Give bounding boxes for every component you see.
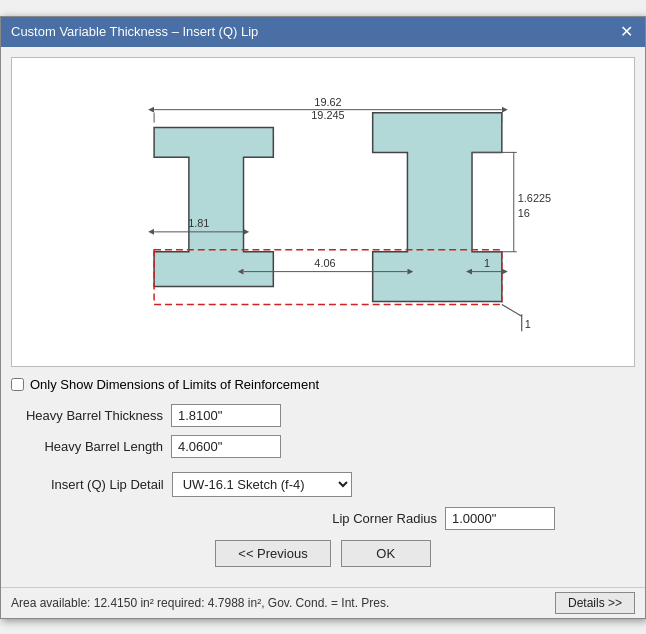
svg-text:19.62: 19.62 <box>314 95 341 107</box>
barrel-fields: Heavy Barrel Thickness Heavy Barrel Leng… <box>11 404 635 458</box>
main-window: Custom Variable Thickness – Insert (Q) L… <box>0 16 646 619</box>
radius-input[interactable] <box>445 507 555 530</box>
svg-text:16: 16 <box>518 206 530 218</box>
radius-label: Lip Corner Radius <box>332 511 437 526</box>
length-row: Heavy Barrel Length <box>11 435 635 458</box>
diagram-svg: 19.62 19.245 1.6225 16 1.81 4.06 1 1 <box>12 58 634 366</box>
checkbox-row: Only Show Dimensions of Limits of Reinfo… <box>11 377 635 392</box>
close-button[interactable]: ✕ <box>617 23 635 41</box>
svg-text:1.6225: 1.6225 <box>518 192 551 204</box>
content-area: 19.62 19.245 1.6225 16 1.81 4.06 1 1 <box>1 47 645 587</box>
previous-button[interactable]: << Previous <box>215 540 330 567</box>
svg-line-15 <box>502 304 522 316</box>
length-label: Heavy Barrel Length <box>11 439 171 454</box>
insert-select[interactable]: UW-16.1 Sketch (f-4)UW-16.1 Sketch (f-1)… <box>172 472 352 497</box>
svg-marker-1 <box>373 112 502 301</box>
insert-label: Insert (Q) Lip Detail <box>51 477 164 492</box>
thickness-label: Heavy Barrel Thickness <box>11 408 171 423</box>
status-text: Area available: 12.4150 in² required: 4.… <box>11 596 389 610</box>
title-bar: Custom Variable Thickness – Insert (Q) L… <box>1 17 645 47</box>
status-bar: Area available: 12.4150 in² required: 4.… <box>1 587 645 618</box>
show-limits-checkbox[interactable] <box>11 378 24 391</box>
svg-text:1.81: 1.81 <box>188 216 209 228</box>
thickness-row: Heavy Barrel Thickness <box>11 404 635 427</box>
details-button[interactable]: Details >> <box>555 592 635 614</box>
svg-text:19.245: 19.245 <box>311 108 344 120</box>
window-title: Custom Variable Thickness – Insert (Q) L… <box>11 24 258 39</box>
diagram-panel: 19.62 19.245 1.6225 16 1.81 4.06 1 1 <box>11 57 635 367</box>
show-limits-label[interactable]: Only Show Dimensions of Limits of Reinfo… <box>30 377 319 392</box>
svg-text:1: 1 <box>525 318 531 330</box>
svg-text:4.06: 4.06 <box>314 256 335 268</box>
ok-button[interactable]: OK <box>341 540 431 567</box>
svg-text:1: 1 <box>484 256 490 268</box>
insert-row: Insert (Q) Lip Detail UW-16.1 Sketch (f-… <box>11 472 635 497</box>
length-input[interactable] <box>171 435 281 458</box>
thickness-input[interactable] <box>171 404 281 427</box>
radius-row: Lip Corner Radius <box>11 507 635 530</box>
svg-marker-0 <box>154 127 273 286</box>
button-row: << Previous OK <box>11 540 635 567</box>
